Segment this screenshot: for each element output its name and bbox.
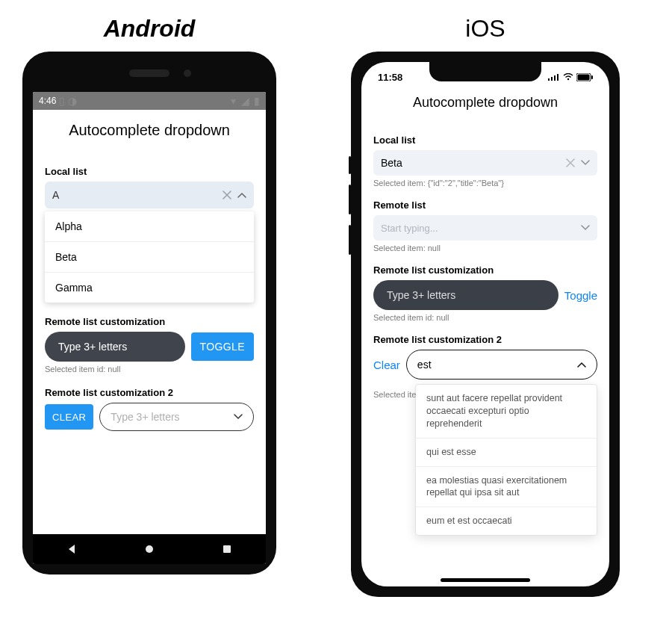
svg-rect-9 <box>591 75 593 79</box>
svg-rect-8 <box>578 74 590 80</box>
remote-custom-label: Remote list customization <box>373 264 597 276</box>
remote-custom-selected: Selected item id: null <box>373 313 597 322</box>
signal-icon: ◢ <box>241 95 249 107</box>
chevron-down-icon[interactable] <box>234 414 243 420</box>
dropdown-option[interactable]: Alpha <box>45 211 254 242</box>
front-camera <box>184 69 191 77</box>
battery-icon: ▮ <box>254 95 260 107</box>
side-buttons <box>349 156 351 265</box>
chevron-up-icon[interactable] <box>237 192 246 198</box>
remote-custom2-input[interactable]: Type 3+ letters <box>99 403 254 431</box>
dropdown-option[interactable]: ea molestias quasi exercitationem repell… <box>416 467 597 508</box>
toggle-button[interactable]: TOGGLE <box>191 332 255 361</box>
os-label-android: Android <box>104 15 196 43</box>
page-title: Autocomplete dropdown <box>373 92 597 123</box>
remote-custom2-selected-prefix: Selected ite <box>373 390 416 399</box>
earpiece <box>129 69 169 77</box>
remote-custom-input[interactable]: Type 3+ letters <box>373 280 559 310</box>
dropdown-option[interactable]: sunt aut facere repellat provident occae… <box>416 385 597 439</box>
clear-button[interactable]: Clear <box>373 359 400 371</box>
svg-rect-2 <box>548 78 550 81</box>
nav-home-icon[interactable] <box>143 543 155 555</box>
remote-custom2-label: Remote list customization 2 <box>373 334 597 345</box>
android-navbar <box>33 534 266 564</box>
clear-icon[interactable] <box>223 191 231 199</box>
statusbar-time: 4:46 <box>39 96 56 106</box>
svg-point-0 <box>146 545 153 553</box>
statusbar-time: 11:58 <box>378 72 402 83</box>
nav-back-icon[interactable] <box>66 543 78 555</box>
nav-recent-icon[interactable] <box>221 543 233 555</box>
local-list-label: Local list <box>373 134 597 146</box>
local-list-dropdown: Alpha Beta Gamma <box>45 211 254 303</box>
android-device-frame: 4:46 ▯ ◑ ▾ ◢ ▮ Autocomplete dropdown Loc… <box>22 52 276 574</box>
dropdown-option[interactable]: Beta <box>45 242 254 273</box>
dnd-icon: ◑ <box>68 95 77 107</box>
os-label-ios: iOS <box>465 15 505 43</box>
remote-custom-selected: Selected item id: null <box>45 365 254 374</box>
dropdown-option[interactable]: Gamma <box>45 273 254 303</box>
remote-custom2-dropdown: sunt aut facere repellat provident occae… <box>415 384 597 536</box>
local-list-value: Beta <box>381 157 560 169</box>
remote-custom2-label: Remote list customization 2 <box>45 387 254 398</box>
chevron-up-icon[interactable] <box>577 362 586 368</box>
svg-point-6 <box>567 78 569 80</box>
battery-notif-icon: ▯ <box>59 95 65 107</box>
remote-custom2-input[interactable]: est <box>406 350 597 380</box>
remote-custom-label: Remote list customization <box>45 316 254 327</box>
remote-list-input[interactable]: Start typing... <box>373 215 597 241</box>
dropdown-option[interactable]: qui est esse <box>416 439 597 467</box>
local-list-value: A <box>52 189 217 201</box>
remote-list-placeholder: Start typing... <box>381 223 575 234</box>
android-screen: 4:46 ▯ ◑ ▾ ◢ ▮ Autocomplete dropdown Loc… <box>33 92 266 564</box>
notch <box>429 62 541 81</box>
ios-device-frame: 11:58 Autocomplete dropdown <box>351 52 620 597</box>
battery-icon <box>576 73 593 81</box>
wifi-icon <box>563 73 573 81</box>
chevron-down-icon[interactable] <box>581 160 590 166</box>
remote-list-label: Remote list <box>373 199 597 211</box>
svg-rect-5 <box>557 74 559 81</box>
local-list-input[interactable]: A <box>45 182 254 208</box>
remote-custom2-value: est <box>417 359 571 371</box>
clear-icon[interactable] <box>566 158 575 167</box>
local-list-input[interactable]: Beta <box>373 150 597 176</box>
dropdown-option[interactable]: eum et est occaecati <box>416 507 597 535</box>
remote-custom2-placeholder: Type 3+ letters <box>111 411 228 423</box>
ios-screen: 11:58 Autocomplete dropdown <box>361 62 609 586</box>
remote-list-selected: Selected item: null <box>373 244 597 253</box>
remote-custom-placeholder: Type 3+ letters <box>58 341 127 353</box>
remote-custom-placeholder: Type 3+ letters <box>387 289 455 301</box>
remote-custom-input[interactable]: Type 3+ letters <box>45 332 185 362</box>
local-list-label: Local list <box>45 166 254 177</box>
local-list-selected: Selected item: {"id":"2","title":"Beta"} <box>373 179 597 188</box>
toggle-button[interactable]: Toggle <box>564 289 597 302</box>
wifi-icon: ▾ <box>231 95 236 107</box>
chevron-down-icon[interactable] <box>581 225 590 231</box>
page-title: Autocomplete dropdown <box>45 117 254 152</box>
signal-icon <box>548 73 560 81</box>
svg-rect-4 <box>554 75 556 81</box>
svg-rect-1 <box>223 545 231 553</box>
svg-rect-3 <box>551 77 553 81</box>
android-statusbar: 4:46 ▯ ◑ ▾ ◢ ▮ <box>33 92 266 110</box>
home-indicator[interactable] <box>441 578 530 582</box>
clear-button[interactable]: CLEAR <box>45 404 93 430</box>
